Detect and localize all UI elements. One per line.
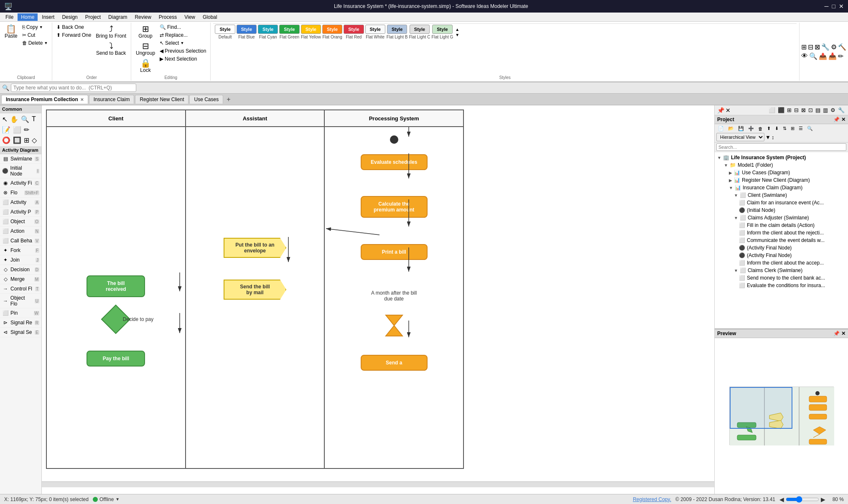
tree-item-claimsadj[interactable]: ▼ ⬜ Claims Adjuster (Swimlane) [715,214,848,221]
style-flatlightb[interactable]: Style Flat Light B [387,25,408,39]
style-flatred[interactable]: Style Flat Red [344,25,364,39]
style-flatwhite[interactable]: Style Flat White [365,25,385,39]
zoom-slider[interactable] [786,496,819,502]
paste-button[interactable]: 📋 Paste [3,23,20,40]
tree-item-communicate[interactable]: ⬜ Communicate the event details w... [715,237,848,244]
tool-pin[interactable]: ⬜ Pin W [0,308,41,318]
style-flatyellow[interactable]: Style Flat Yellow [301,25,321,39]
send-to-back-button[interactable]: ⤵ Send to Back [94,41,128,57]
menu-design[interactable]: Design [59,13,81,21]
tool-activity-fi[interactable]: ◉ Activity Fi C [0,178,41,188]
menu-insert[interactable]: Insert [38,13,58,21]
eye-icon[interactable]: 👁 [801,52,808,60]
layout-icon[interactable]: ⊠ [815,43,820,51]
align-icon[interactable]: ⊞ [801,43,807,51]
horizontal-scrollbar[interactable] [42,481,714,487]
ungroup-button[interactable]: ⊟ Ungroup [134,41,157,57]
proj-tool-search[interactable]: 🔍 [805,125,815,132]
tree-item-fill-claim[interactable]: ⬜ Fill in the claim details (Action) [715,221,848,229]
zoom-out-button[interactable]: ◀ [779,496,784,503]
tool-zoom-tool[interactable]: 🔍 [20,115,30,124]
proj-tool-delete[interactable]: 🗑 [756,125,764,132]
proj-sort-icon[interactable]: ↕ [772,134,774,140]
next-selection-button[interactable]: ▶ Next Selection [158,55,208,63]
right-tool-8[interactable]: ▥ [822,107,829,114]
menu-file[interactable]: File [2,13,17,21]
right-tool-9[interactable]: ⚙ [830,107,836,114]
tool-fork[interactable]: ✦ Fork F [0,246,41,255]
node-bill-received[interactable]: The billreceived [87,275,145,297]
tool-decision[interactable]: ◇ Decision D [0,265,41,275]
bring-to-front-button[interactable]: ⤴ Bring to Front [94,23,128,40]
node-eval-schedules[interactable]: Evaluate schedules [361,154,428,170]
proj-tool-add[interactable]: ➕ [746,125,756,132]
right-tool-10[interactable]: 🔧 [837,107,845,114]
tool-signal-se[interactable]: ⊲ Signal Se E [0,328,41,337]
styles-scroll-up[interactable]: ▲ [455,27,459,32]
zoom-icon[interactable]: 🔍 [809,52,817,60]
prev-selection-button[interactable]: ◀ Previous Selection [158,47,208,55]
tree-item-act-final1[interactable]: ⚫ (Activity Final Node) [715,244,848,252]
maximize-button[interactable]: □ [832,3,835,10]
tree-item-claimsclerk[interactable]: ▼ ⬜ Claims Clerk (Swimlane) [715,267,848,274]
tab-register-new-client[interactable]: Register New Client [135,95,188,104]
right-tool-6[interactable]: ⊡ [807,107,814,114]
node-calc-premium[interactable]: Calculate thepremium amount [361,196,428,218]
style-flatgreen[interactable]: Style Flat Green [279,25,299,39]
node-send-a[interactable]: Send a [361,355,428,371]
registered-copy[interactable]: Registered Copy. [633,496,671,502]
right-tool-3[interactable]: ⊞ [786,107,792,114]
proj-tool-down[interactable]: ⬇ [773,125,780,132]
select-button[interactable]: ↖ Select ▼ [158,39,208,47]
tree-item-inform-accept[interactable]: ⬜ Inform the client about the accep... [715,259,848,267]
preview-content[interactable] [715,338,848,494]
tool-merge[interactable]: ◇ Merge M [0,275,41,284]
tree-item-evaluate-ins[interactable]: ⬜ Evaluate the conditions for insura... [715,282,848,289]
tool-flow[interactable]: ⊗ Flo Shift+F [0,188,41,198]
tool-join[interactable]: ✦ Join J [0,255,41,265]
node-envelope[interactable]: Put the bill to anenvelope [224,238,286,258]
find-button[interactable]: 🔍 Find... [158,23,208,31]
right-tool-2[interactable]: ⬛ [777,107,785,114]
menu-project[interactable]: Project [82,13,104,21]
settings-icon[interactable]: ⚙ [831,43,837,51]
tree-item-inform-reject[interactable]: ⬜ Inform the client about the rejecti... [715,229,848,237]
tools-icon[interactable]: 🔨 [838,43,846,51]
tool-shape[interactable]: ◇ [31,135,38,145]
tool-rect[interactable]: ⬜ [12,125,22,135]
canvas-area[interactable]: Client Assistant Processing System The b… [42,105,714,494]
back-one-button[interactable]: ⬇ Back One [55,23,93,31]
proj-tool-new[interactable]: 📄 [716,125,726,132]
zoom-in-button[interactable]: ▶ [821,496,825,503]
styles-scroll-down[interactable]: ▼ [455,33,459,37]
node-pay-bill[interactable]: Pay the bill [87,351,145,367]
proj-filter-icon[interactable]: ▼ [765,134,771,140]
tree-item-act-final2[interactable]: ⚫ (Activity Final Node) [715,252,848,259]
node-hourglass[interactable] [384,313,405,339]
preview-close[interactable]: ✕ [841,331,845,336]
tool-select[interactable]: ↖ [1,115,8,124]
tree-item-usecases[interactable]: ▶ 📊 Use Cases (Diagram) [715,169,848,176]
tool-swimlane[interactable]: ▤ Swimlane S [0,154,41,164]
tool-object-flo[interactable]: → Object Flo U [0,294,41,308]
menu-review[interactable]: Review [131,13,154,21]
group-button[interactable]: ⊞ Group [134,23,157,40]
right-tool-4[interactable]: ⊟ [793,107,800,114]
tool-initial-node[interactable]: ⚫ Initial Node I [0,164,41,178]
right-tool-1[interactable]: ⬜ [768,107,776,114]
tree-item-send-money[interactable]: ⬜ Send money to the client bank ac... [715,274,848,282]
project-panel-close[interactable]: ✕ [841,117,845,122]
tool-text[interactable]: T [31,115,37,124]
right-tool-5[interactable]: ⊠ [800,107,807,114]
tool-object[interactable]: ⬜ Object O [0,217,41,227]
import-icon[interactable]: 📥 [828,52,837,60]
project-search-input[interactable] [716,143,846,151]
tree-item-model1[interactable]: ▼ 📁 Model1 (Folder) [715,161,848,169]
export-icon[interactable]: 📤 [819,52,827,60]
format-icon[interactable]: 🔧 [821,43,830,51]
minimize-button[interactable]: ─ [825,3,829,10]
proj-tool-save[interactable]: 💾 [736,125,746,132]
tool-signal-re[interactable]: ⊳ Signal Re R [0,318,41,328]
style-flatlightg[interactable]: Style Flat Light G [432,25,453,39]
tree-item-insclaim[interactable]: ▼ 📊 Insurance Claim (Diagram) [715,184,848,191]
